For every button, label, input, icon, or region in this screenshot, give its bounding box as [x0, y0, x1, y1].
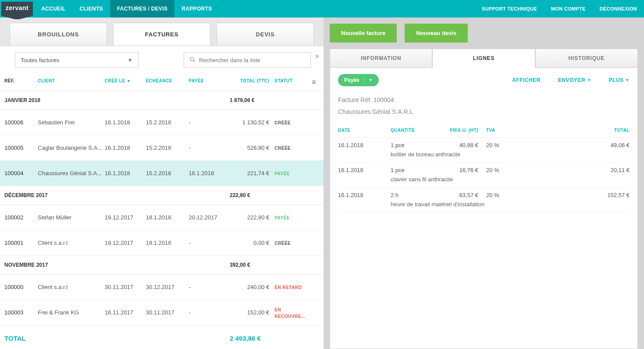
invoice-client: Chaussures Génial S.A.R.L: [338, 106, 630, 118]
nav-item[interactable]: DÉCONNEXION: [593, 0, 644, 18]
cell-paid: 16.1.2018: [189, 166, 231, 181]
logo-text: zervant: [1, 2, 33, 16]
table-row[interactable]: 100002Stefan Müller19.12.201718.1.201820…: [0, 205, 324, 230]
nav-left: ACCUEILCLIENTSFACTURES / DEVISRAPPORTS: [34, 0, 219, 18]
table-row[interactable]: 100003Frei & Frank KG16.11.201730.11.201…: [0, 300, 324, 325]
col-status[interactable]: STATUT: [274, 74, 309, 91]
detail-tab[interactable]: HISTORIQUE: [535, 49, 638, 68]
cell-status: EN RETARD: [274, 279, 309, 295]
col-created[interactable]: CRÉÉ LE ▼: [105, 74, 146, 91]
nav-item[interactable]: RAPPORTS: [174, 0, 219, 18]
table-row[interactable]: 100000Client s.a.r.l30.11.201730.12.2017…: [0, 275, 324, 300]
lines-body: 16.1.20181 pce40,88 €20 %49,06 €boîtier …: [338, 137, 630, 212]
cell-total: 526,80 €: [231, 140, 274, 155]
cell-created: 30.11.2017: [105, 279, 146, 295]
lc-total: TOTAL: [505, 128, 630, 133]
cell-client: Chaussures Génial S.A...: [38, 166, 105, 181]
invoice-list-pane: BROUILLONSFACTURESDEVIS Toutes factures …: [0, 18, 324, 349]
cell-due: 15.2.2018: [146, 115, 189, 130]
search-box[interactable]: [184, 52, 311, 68]
line-qty: 1 pce: [391, 167, 439, 173]
search-icon: [189, 56, 196, 64]
new-quote-button[interactable]: Nouveau devis: [405, 24, 468, 42]
group-total: 1 879,06 €: [230, 97, 319, 103]
table-row[interactable]: 100001Client s.a.r.l19.12.201718.1.2018-…: [0, 230, 324, 256]
nav-item[interactable]: ACCUEIL: [34, 0, 72, 18]
group-title: NOVEMBRE 2017: [4, 262, 48, 268]
status-badge: EN RECOUVRE...: [274, 307, 306, 319]
filter-select[interactable]: Toutes factures ▼: [15, 52, 139, 68]
table-header: RÉF. CLIENT CRÉÉ LE ▼ ÉCHÉANCE PAYÉE TOT…: [0, 74, 324, 91]
nav-item[interactable]: FACTURES / DEVIS: [110, 0, 174, 18]
table-row[interactable]: 100006Sébastien Frei16.1.201815.2.2018-1…: [0, 110, 324, 135]
detail-tab[interactable]: INFORMATION: [330, 49, 432, 68]
status-badge: CRÉÉE: [274, 146, 291, 151]
status-badge: PAYÉE: [274, 215, 290, 220]
subtab[interactable]: BROUILLONS: [10, 23, 107, 46]
group-title: JANVIER 2018: [4, 97, 40, 103]
cell-status: PAYÉE: [274, 166, 309, 181]
detail-tab[interactable]: LIGNES: [432, 49, 535, 68]
cell-due: 18.1.2018: [146, 235, 189, 250]
cell-status: CRÉÉE: [274, 115, 309, 130]
subtab[interactable]: DEVIS: [217, 23, 314, 46]
line-tva: 20 %: [478, 167, 505, 173]
lc-date: DATE: [338, 128, 391, 133]
col-total[interactable]: TOTAL (TTC): [231, 74, 274, 91]
cell-status: CRÉÉE: [274, 140, 309, 155]
search-input[interactable]: [199, 57, 305, 63]
line-price: 40,88 €: [439, 142, 478, 148]
line-tva: 20 %: [478, 142, 505, 148]
cell-created: 16.1.2018: [105, 115, 146, 130]
col-client[interactable]: CLIENT: [38, 74, 105, 91]
footer-total-label: TOTAL: [4, 335, 26, 342]
table-row[interactable]: 100005Caglar Boulangerie S.A...16.1.2018…: [0, 135, 324, 161]
filter-select-value: Toutes factures: [21, 57, 59, 63]
chevron-down-icon: ▼: [587, 78, 591, 82]
cell-status: PAYÉE: [274, 210, 309, 225]
filter-row: Toutes factures ▼ »: [0, 46, 324, 74]
cell-due: 18.1.2018: [146, 210, 189, 225]
lc-price: PRIX U. (HT): [439, 128, 478, 133]
cell-due: 30.12.2017: [146, 279, 189, 295]
cell-total: 0,00 €: [231, 235, 274, 250]
status-badge-label: Payée: [344, 77, 359, 83]
logo[interactable]: zervant: [0, 0, 34, 18]
cell-client: Sébastien Frei: [38, 115, 105, 130]
cell-ref: 100001: [4, 235, 38, 250]
cell-paid: -: [189, 279, 231, 295]
footer-total-value: 2 493,86 €: [230, 335, 319, 342]
envoyer-link[interactable]: ENVOYER ▼: [558, 77, 591, 83]
cell-ref: 100003: [4, 305, 38, 320]
plus-link[interactable]: PLUS ▼: [609, 77, 630, 83]
table-row[interactable]: 100004Chaussures Génial S.A...16.1.20181…: [0, 161, 324, 186]
line-qty: 2 h: [391, 192, 439, 198]
cell-total: 1 130,52 €: [231, 115, 274, 130]
line-row: 16.1.20181 pce40,88 €20 %49,06 €boîtier …: [338, 137, 630, 162]
chevron-down-icon: ▼: [364, 78, 373, 82]
columns-menu-button[interactable]: ≡: [309, 74, 319, 91]
status-badge: CRÉÉE: [274, 241, 291, 246]
new-invoice-button[interactable]: Nouvelle facture: [330, 24, 397, 42]
cell-ref: 100005: [4, 140, 38, 155]
nav-right: SUPPORT TECHNIQUEMON COMPTEDÉCONNEXION: [475, 0, 644, 18]
col-paid[interactable]: PAYÉE: [189, 74, 231, 91]
nav-item[interactable]: MON COMPTE: [544, 0, 593, 18]
detail-pane: Nouvelle facture Nouveau devis INFORMATI…: [324, 18, 644, 349]
status-badge[interactable]: Payée ▼: [338, 74, 379, 86]
col-ref[interactable]: RÉF.: [4, 74, 38, 91]
col-due[interactable]: ÉCHÉANCE: [146, 74, 189, 91]
subtab[interactable]: FACTURES: [113, 23, 210, 46]
cell-client: Stefan Müller: [38, 210, 105, 225]
line-price: 16,76 €: [439, 167, 478, 173]
action-buttons: Nouvelle facture Nouveau devis: [330, 24, 638, 42]
nav-item[interactable]: SUPPORT TECHNIQUE: [475, 0, 544, 18]
line-date: 16.1.2018: [338, 142, 391, 148]
line-desc: heure de travail matériel d'installation: [391, 201, 630, 208]
line-price: 63,57 €: [439, 192, 478, 198]
afficher-link[interactable]: AFFICHER: [512, 77, 541, 83]
line-date: 16.1.2018: [338, 167, 391, 173]
group-header: NOVEMBRE 2017392,00 €: [0, 256, 324, 275]
nav-item[interactable]: CLIENTS: [72, 0, 110, 18]
collapse-panel-icon[interactable]: »: [315, 52, 319, 60]
